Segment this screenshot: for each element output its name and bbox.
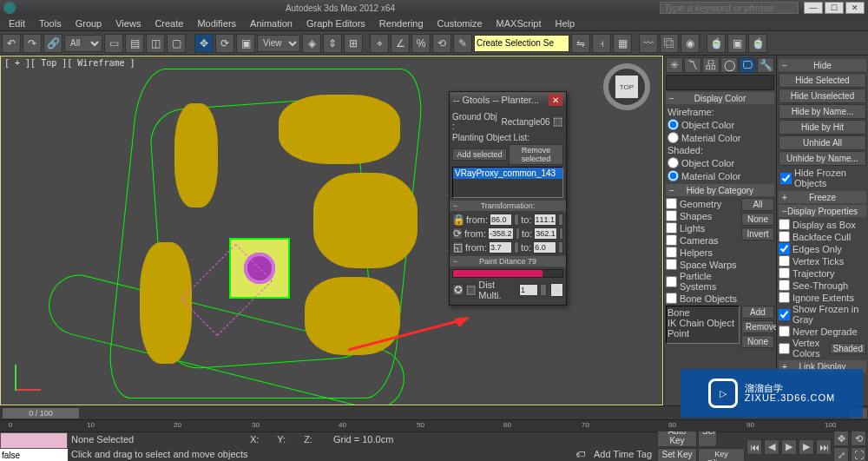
select-region-icon[interactable]: ◫ xyxy=(146,34,165,53)
menu-grapheditors[interactable]: Graph Editors xyxy=(299,16,372,30)
chk-spacewarps[interactable] xyxy=(666,259,677,270)
btn-list-remove[interactable]: Remove xyxy=(741,320,774,333)
btn-hide-by-hit[interactable]: Hide by Hit xyxy=(779,120,866,135)
render-setup-icon[interactable]: 🍵 xyxy=(707,34,726,53)
brush-icon[interactable]: ✎ xyxy=(550,283,563,297)
btn-remove-selected[interactable]: Remove selected xyxy=(509,144,563,165)
menu-help[interactable]: Help xyxy=(549,16,582,30)
maximize-icon[interactable]: ⛶ xyxy=(851,447,866,461)
menu-views[interactable]: Views xyxy=(108,16,148,30)
chk-display-as-box[interactable] xyxy=(779,219,790,230)
edit-named-icon[interactable]: ✎ xyxy=(453,34,472,53)
redo-icon[interactable]: ↷ xyxy=(23,34,42,53)
btn-hide-unselected[interactable]: Hide Unselected xyxy=(779,89,866,103)
btn-set-key[interactable]: Set Key xyxy=(657,448,697,461)
chk-vertex-colors[interactable] xyxy=(779,343,790,354)
paint-icon[interactable]: ✪ xyxy=(452,284,464,296)
dialog-close-icon[interactable]: ✕ xyxy=(549,94,562,106)
radio-shaded-objcolor[interactable] xyxy=(667,157,679,168)
radio-shaded-matcolor[interactable] xyxy=(667,170,679,181)
btn-hide-selected[interactable]: Hide Selected xyxy=(779,73,866,88)
spin-scale-from[interactable]: 3.7 xyxy=(489,241,512,254)
render-frame-icon[interactable]: ▣ xyxy=(727,34,746,53)
plant-listbox[interactable]: VRayProxy_common_143 xyxy=(452,167,563,198)
tab-display-icon[interactable]: 🖵 xyxy=(739,57,756,73)
min-button[interactable]: — xyxy=(804,2,823,14)
selection-filter[interactable]: All xyxy=(64,35,102,52)
orbit-icon[interactable]: ⟲ xyxy=(851,431,866,446)
pick-ground-icon[interactable]: ⬚ xyxy=(552,115,563,128)
move-icon[interactable]: ✥ xyxy=(194,34,214,53)
chk-hide-frozen[interactable] xyxy=(780,173,792,184)
section-transformation[interactable]: Transformation: xyxy=(450,201,566,211)
radio-wire-matcolor[interactable] xyxy=(667,132,679,143)
pivot-icon[interactable]: ◈ xyxy=(302,34,321,53)
rollout-display-props[interactable]: Display Properties xyxy=(779,205,866,217)
spin-rot-to[interactable]: 111.1 xyxy=(534,214,557,226)
spinbtn[interactable] xyxy=(559,227,563,240)
btn-cat-invert[interactable]: Invert xyxy=(741,227,774,240)
tab-create-icon[interactable]: ✳ xyxy=(666,57,683,73)
paint-distance-slider[interactable] xyxy=(452,269,563,278)
scale-icon[interactable]: ▣ xyxy=(236,34,255,53)
curve-editor-icon[interactable]: 〰 xyxy=(639,34,658,53)
spinner-snap-icon[interactable]: ⟲ xyxy=(432,34,451,53)
help-search-input[interactable] xyxy=(660,2,799,14)
tab-motion-icon[interactable]: ◯ xyxy=(720,57,738,73)
max-button[interactable]: ☐ xyxy=(825,2,844,14)
rollout-hide[interactable]: Hide xyxy=(779,59,866,71)
chk-bones[interactable] xyxy=(666,293,677,304)
ref-coord-select[interactable]: View xyxy=(257,35,300,52)
zoom-extents-icon[interactable]: ⤢ xyxy=(833,447,849,461)
next-frame-icon[interactable]: ▶ xyxy=(799,439,814,455)
link-icon[interactable]: 🔗 xyxy=(43,34,62,53)
window-crossing-icon[interactable]: ▢ xyxy=(167,34,186,53)
rotate-icon[interactable]: ⟳ xyxy=(215,34,234,53)
chk-ignore-extents[interactable] xyxy=(779,292,790,303)
btn-unhide-by-name[interactable]: Unhide by Name... xyxy=(779,151,866,166)
chk-vertex-ticks[interactable] xyxy=(779,255,790,267)
erase-icon[interactable]: ⬚ xyxy=(465,284,477,296)
btn-shaded[interactable]: Shaded xyxy=(830,343,866,354)
add-time-tag[interactable]: Add Time Tag xyxy=(594,449,652,459)
angle-snap-icon[interactable]: ∠ xyxy=(391,34,410,53)
btn-cat-all[interactable]: All xyxy=(741,198,774,211)
chk-show-frozen-gray[interactable] xyxy=(779,309,790,320)
rollout-hide-category[interactable]: Hide by Category xyxy=(666,184,774,196)
btn-key-filters[interactable]: Key Filters... xyxy=(698,448,745,461)
menu-group[interactable]: Group xyxy=(69,16,109,30)
material-icon[interactable]: ◉ xyxy=(681,34,700,53)
chk-see-through[interactable] xyxy=(779,280,790,291)
chk-shapes[interactable] xyxy=(666,210,677,221)
chk-geometry[interactable] xyxy=(666,198,677,209)
object-name-field[interactable] xyxy=(666,75,774,90)
spinbtn[interactable] xyxy=(514,214,519,226)
time-ruler[interactable]: 0 10 20 30 40 50 60 70 80 90 100 xyxy=(0,419,868,431)
render-icon[interactable]: 🍵 xyxy=(748,34,767,53)
menu-maxscript[interactable]: MAXScript xyxy=(490,16,549,30)
radio-wire-objcolor[interactable] xyxy=(667,119,679,130)
chk-particles[interactable] xyxy=(666,276,677,287)
menu-rendering[interactable]: Rendering xyxy=(372,16,431,30)
mirror-icon[interactable]: ⇋ xyxy=(571,34,590,53)
chk-cameras[interactable] xyxy=(666,234,677,246)
menu-create[interactable]: Create xyxy=(148,16,190,30)
tab-modify-icon[interactable]: 〽 xyxy=(684,57,701,73)
btn-list-add[interactable]: Add xyxy=(741,306,774,319)
snap-icon[interactable]: ⌖ xyxy=(370,34,389,53)
manip-icon[interactable]: ⇕ xyxy=(323,34,342,53)
chk-helpers[interactable] xyxy=(666,247,677,258)
script-input[interactable]: false xyxy=(0,449,68,461)
menu-customize[interactable]: Customize xyxy=(431,16,490,30)
spinbtn[interactable] xyxy=(514,241,519,254)
btn-cat-none[interactable]: None xyxy=(741,213,774,226)
lock-move-icon[interactable]: ⟳ xyxy=(452,227,463,240)
tab-hierarchy-icon[interactable]: 品 xyxy=(702,57,720,73)
spin-rot-from[interactable]: 86.0 xyxy=(490,214,512,226)
rollout-freeze[interactable]: Freeze xyxy=(779,191,866,203)
chk-edges-only[interactable] xyxy=(779,243,790,254)
lock-scale-icon[interactable]: ◱ xyxy=(452,241,464,254)
chk-backface-cull[interactable] xyxy=(779,231,790,242)
menu-tools[interactable]: Tools xyxy=(32,16,69,30)
lock-rot-icon[interactable]: 🔒 xyxy=(452,214,464,226)
